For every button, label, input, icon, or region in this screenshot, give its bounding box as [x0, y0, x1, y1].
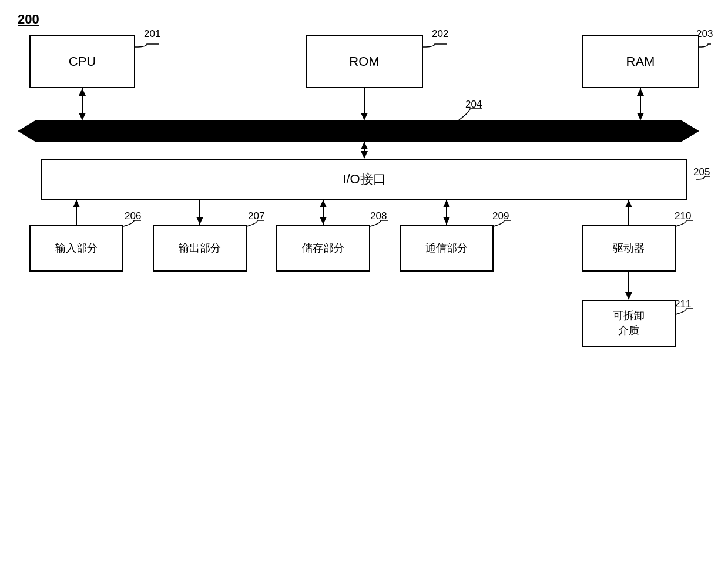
- rom-label: ROM: [349, 54, 379, 69]
- storage-box: 储存部分: [276, 225, 370, 272]
- svg-marker-27: [625, 292, 632, 300]
- io-box: I/O接口: [41, 159, 687, 200]
- removable-label: 可拆卸 介质: [613, 309, 645, 338]
- input-label: 输入部分: [55, 241, 98, 255]
- svg-rect-10: [35, 120, 682, 142]
- svg-marker-4: [361, 113, 368, 120]
- ref-204: 204: [465, 99, 482, 110]
- cpu-box: CPU: [29, 35, 135, 88]
- ref-211: 211: [675, 299, 691, 310]
- removable-box: 可拆卸 介质: [582, 300, 676, 347]
- svg-marker-8: [18, 120, 35, 142]
- ref-206: 206: [125, 210, 141, 222]
- diagram-container: 200: [18, 12, 711, 576]
- driver-box: 驱动器: [582, 225, 676, 272]
- svg-marker-19: [320, 200, 327, 207]
- ram-box: RAM: [582, 35, 699, 88]
- output-box: 输出部分: [153, 225, 247, 272]
- svg-marker-12: [361, 151, 368, 159]
- driver-label: 驱动器: [613, 241, 645, 255]
- ref-201: 201: [144, 28, 160, 40]
- rom-box: ROM: [306, 35, 423, 88]
- svg-marker-13: [361, 142, 368, 149]
- svg-marker-2: [79, 88, 86, 96]
- comm-box: 通信部分: [400, 225, 494, 272]
- svg-marker-7: [637, 88, 644, 96]
- svg-marker-22: [443, 200, 450, 207]
- ram-label: RAM: [626, 54, 655, 69]
- ref-202: 202: [432, 28, 448, 40]
- storage-label: 储存部分: [302, 241, 344, 255]
- cpu-label: CPU: [69, 54, 96, 69]
- diagram-title: 200: [18, 12, 711, 27]
- svg-marker-9: [682, 120, 699, 142]
- ref-205: 205: [693, 166, 710, 178]
- svg-marker-15: [73, 200, 80, 207]
- svg-marker-25: [625, 200, 632, 207]
- comm-label: 通信部分: [425, 241, 468, 255]
- ref-209: 209: [492, 210, 509, 222]
- svg-marker-23: [443, 217, 450, 225]
- output-label: 输出部分: [179, 241, 221, 255]
- svg-marker-20: [320, 217, 327, 225]
- ref-207: 207: [248, 210, 264, 222]
- io-label: I/O接口: [343, 170, 385, 188]
- ref-208: 208: [370, 210, 387, 222]
- svg-marker-17: [196, 217, 203, 225]
- svg-marker-1: [79, 113, 86, 120]
- input-box: 输入部分: [29, 225, 123, 272]
- svg-marker-6: [637, 113, 644, 120]
- diagram-svg: [18, 12, 711, 576]
- ref-210: 210: [675, 210, 691, 222]
